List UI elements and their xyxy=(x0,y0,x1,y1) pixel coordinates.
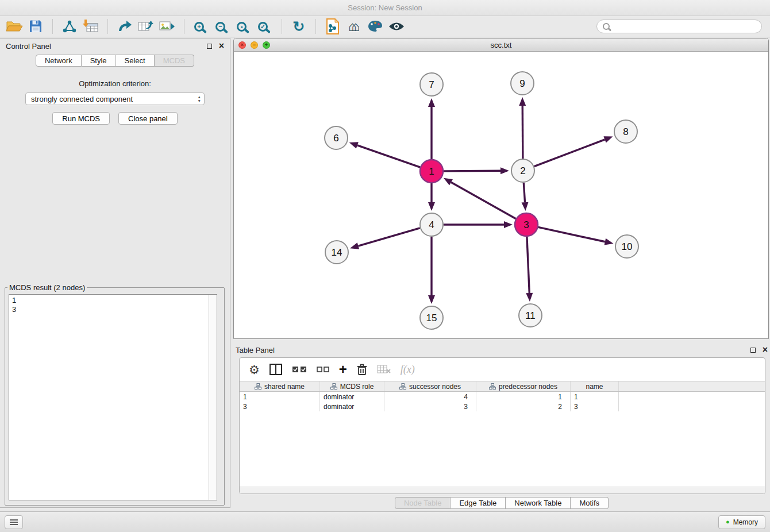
column-header-name[interactable]: name xyxy=(571,381,619,391)
plus-icon: + xyxy=(339,363,347,376)
search-input[interactable] xyxy=(614,22,756,31)
graph-node-1[interactable]: 1 xyxy=(420,160,443,183)
graph-node-9[interactable]: 9 xyxy=(511,72,534,95)
optimization-criterion-label: Optimization criterion: xyxy=(0,79,230,88)
graph-node-11[interactable]: 11 xyxy=(519,304,542,327)
tab-edge-table[interactable]: Edge Table xyxy=(451,497,506,509)
column-header-shared-name[interactable]: shared name xyxy=(240,381,320,391)
maximize-window-button[interactable]: + xyxy=(263,41,270,49)
cell-successor-nodes[interactable]: 3 xyxy=(384,402,476,411)
graph-edge-2-8[interactable] xyxy=(534,140,605,167)
task-history-button[interactable] xyxy=(5,515,23,529)
deselect-all-columns-button[interactable] xyxy=(317,366,329,373)
graph-node-2[interactable]: 2 xyxy=(511,159,534,182)
save-session-button[interactable] xyxy=(27,18,44,35)
create-column-button[interactable]: + xyxy=(339,363,347,376)
export-image-button[interactable] xyxy=(159,18,176,35)
graph-node-10[interactable]: 10 xyxy=(615,235,638,258)
graph-node-14[interactable]: 14 xyxy=(325,241,348,264)
graph-node-4[interactable]: 4 xyxy=(420,213,443,236)
import-network-button[interactable] xyxy=(61,18,78,35)
close-panel-icon[interactable]: × xyxy=(219,41,224,51)
refresh-layout-button[interactable]: ↻ xyxy=(290,18,307,35)
zoom-in-button[interactable]: + xyxy=(192,18,210,35)
traffic-lights: × − + xyxy=(238,41,270,49)
table-settings-button[interactable]: ⚙ xyxy=(249,364,260,376)
network-document-button[interactable] xyxy=(324,18,341,35)
graph-edge-3-11[interactable] xyxy=(527,237,529,293)
graph-node-15[interactable]: 15 xyxy=(420,306,443,329)
memory-button[interactable]: ● Memory xyxy=(718,515,765,529)
tab-network-table[interactable]: Network Table xyxy=(506,497,571,509)
home-view-button[interactable]: ⌂⌂ xyxy=(345,18,363,35)
criterion-dropdown[interactable]: strongly connected component ▲▼ xyxy=(25,92,205,105)
svg-text:3: 3 xyxy=(523,219,529,230)
graph-edge-3-10[interactable] xyxy=(538,227,605,241)
show-columns-button[interactable] xyxy=(270,364,282,375)
graph-node-6[interactable]: 6 xyxy=(325,126,348,149)
cell-mcds-role[interactable]: dominator xyxy=(320,402,384,411)
network-window-titlebar[interactable]: × − + scc.txt xyxy=(234,38,768,52)
close-table-panel-icon[interactable]: × xyxy=(763,345,768,354)
table-horizontal-scrollbar[interactable] xyxy=(240,487,765,494)
float-panel-button[interactable] xyxy=(207,44,212,49)
column-header-predecessor-nodes[interactable]: predecessor nodes xyxy=(476,381,571,391)
table-row[interactable]: 1 dominator 4 1 1 xyxy=(240,392,765,402)
style-button[interactable] xyxy=(367,18,384,35)
graph-edge-2-3[interactable] xyxy=(523,183,525,202)
graph-edge-1-6[interactable] xyxy=(357,145,420,167)
graph-edge-3-1[interactable] xyxy=(451,182,516,219)
tab-mcds[interactable]: MCDS xyxy=(155,55,194,67)
tab-style[interactable]: Style xyxy=(82,55,116,67)
memory-status-icon: ● xyxy=(726,519,730,525)
tab-network[interactable]: Network xyxy=(36,55,82,67)
search-box[interactable] xyxy=(596,20,762,33)
column-header-successor-nodes[interactable]: successor nodes xyxy=(384,381,476,391)
cell-shared-name[interactable]: 3 xyxy=(240,402,320,411)
close-panel-button[interactable]: Close panel xyxy=(118,112,178,125)
cell-name[interactable]: 3 xyxy=(571,402,619,411)
tab-select[interactable]: Select xyxy=(116,55,155,67)
graph-node-8[interactable]: 8 xyxy=(614,120,637,143)
network-canvas-svg[interactable]: 7968124314101511 xyxy=(234,52,768,338)
close-window-button[interactable]: × xyxy=(238,41,246,49)
eye-icon xyxy=(388,21,405,32)
graph-edge-2-9[interactable] xyxy=(522,106,523,159)
cell-shared-name[interactable]: 1 xyxy=(240,392,320,402)
zoom-fit-button[interactable]: ● xyxy=(235,18,252,35)
select-all-columns-button[interactable] xyxy=(292,365,307,373)
float-table-panel-button[interactable] xyxy=(750,348,756,353)
network-canvas[interactable]: 7968124314101511 xyxy=(234,52,768,338)
cell-successor-nodes[interactable]: 4 xyxy=(384,392,476,402)
tab-motifs[interactable]: Motifs xyxy=(571,497,609,509)
graphics-details-button[interactable] xyxy=(388,18,405,35)
table-panel-header: Table Panel × xyxy=(233,342,770,357)
cell-name[interactable]: 1 xyxy=(571,392,619,402)
function-builder-button[interactable]: f(x) xyxy=(401,364,415,376)
graph-edge-1-2[interactable] xyxy=(444,171,500,171)
tab-node-table[interactable]: Node Table xyxy=(395,497,451,509)
open-session-button[interactable] xyxy=(6,18,23,35)
column-header-mcds-role[interactable]: MCDS role xyxy=(320,381,384,391)
new-network-button[interactable] xyxy=(116,18,133,35)
table-row[interactable]: 3 dominator 3 2 3 xyxy=(240,402,765,411)
graph-node-7[interactable]: 7 xyxy=(420,73,443,96)
destroy-table-button[interactable] xyxy=(377,365,391,374)
import-table-button[interactable] xyxy=(82,18,99,35)
minimize-window-button[interactable]: − xyxy=(251,41,258,49)
delete-column-button[interactable] xyxy=(357,364,367,376)
table-panel-title: Table Panel xyxy=(236,346,275,354)
clone-network-button[interactable] xyxy=(137,18,155,35)
graph-edge-arrowhead xyxy=(428,295,435,304)
cell-predecessor-nodes[interactable]: 2 xyxy=(476,402,571,411)
zoom-selected-button[interactable]: ✓ xyxy=(256,18,274,35)
result-scrollbar[interactable] xyxy=(209,295,217,500)
cell-mcds-role[interactable]: dominator xyxy=(320,392,384,402)
cell-predecessor-nodes[interactable]: 1 xyxy=(476,392,571,402)
zoom-out-button[interactable]: − xyxy=(214,18,231,35)
window-titlebar[interactable]: Session: New Session xyxy=(0,0,770,16)
graph-edge-4-14[interactable] xyxy=(358,228,419,246)
graph-node-3[interactable]: 3 xyxy=(515,213,538,236)
table-header-row: shared name MCDS role successor nodes pr… xyxy=(240,381,765,392)
run-mcds-button[interactable]: Run MCDS xyxy=(52,112,110,125)
